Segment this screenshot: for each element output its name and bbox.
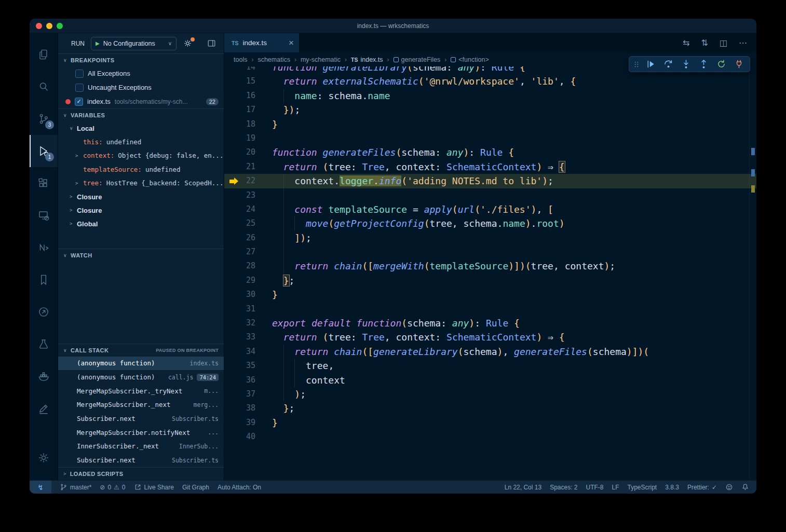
activity-run-debug[interactable]: 1 (30, 135, 58, 167)
line-number[interactable]: 20 (224, 145, 255, 159)
line-number[interactable]: 18 (224, 117, 255, 131)
line-number[interactable]: 39 (224, 416, 255, 430)
line-number[interactable]: 21 (224, 160, 255, 174)
activity-explorer[interactable] (30, 38, 58, 71)
line-number[interactable]: 16 (224, 89, 255, 103)
variable-row[interactable]: >context:Object {debug: false, en... (58, 149, 224, 163)
line-number[interactable]: 34 (224, 345, 255, 359)
tab-index-ts[interactable]: TS index.ts × (224, 33, 300, 52)
breakpoint-uncaught-exceptions[interactable]: Uncaught Exceptions (58, 80, 224, 94)
code-line-25[interactable]: 25 move(getProjectConfig(tree, schema.na… (224, 216, 756, 230)
close-tab-icon[interactable]: × (289, 38, 294, 47)
line-number[interactable]: 36 (224, 373, 255, 387)
launch-config-dropdown[interactable]: ▶ No Configurations ∨ (91, 37, 177, 50)
checkbox-checked[interactable]: ✓ (75, 98, 83, 106)
activity-bookmarks[interactable] (30, 264, 58, 296)
breakpoint-index-ts[interactable]: ✓ index.ts tools/schematics/my-sch... 22 (58, 94, 224, 108)
call-stack-section-header[interactable]: ∨ CALL STACK PAUSED ON BREAKPOINT (58, 344, 224, 357)
code-line-28[interactable]: 28 return chain([mergeWith(templateSourc… (224, 259, 756, 273)
line-number[interactable]: 27 (224, 245, 255, 259)
drag-handle-icon[interactable] (631, 60, 642, 69)
call-stack-frame[interactable]: MergeMapSubscriber.notifyNext... (58, 426, 224, 440)
activity-docker[interactable] (30, 360, 58, 392)
code-line-17[interactable]: 17 }); (224, 103, 756, 117)
code-line-27[interactable]: 27 (224, 245, 756, 259)
split-editor-icon[interactable]: ◫ (720, 38, 727, 48)
activity-test-explorer[interactable] (30, 328, 58, 360)
code-line-20[interactable]: 20function generateFiles(schema: any): R… (224, 145, 756, 159)
line-number[interactable]: 24 (224, 202, 255, 216)
activity-live-share[interactable] (30, 296, 58, 328)
breadcrumb-item-function[interactable]: <function> (451, 56, 489, 63)
activity-source-control[interactable]: 3 (30, 103, 58, 135)
line-number[interactable]: 26 (224, 231, 255, 245)
breadcrumb-item-schematics[interactable]: schematics (258, 56, 290, 63)
scope-closure[interactable]: >Closure (58, 190, 224, 203)
watch-section-header[interactable]: ∨ WATCH (58, 249, 224, 262)
open-changes-icon[interactable]: ⇆ (683, 38, 689, 48)
line-number[interactable]: 30 (224, 288, 255, 302)
loaded-scripts-section-header[interactable]: > LOADED SCRIPTS (58, 467, 224, 480)
code-line-35[interactable]: 35 tree, (224, 359, 756, 373)
activity-extensions[interactable] (30, 167, 58, 199)
variable-row[interactable]: templateSource:undefined (58, 162, 224, 176)
git-branch-status[interactable]: master* (60, 483, 91, 491)
line-number[interactable]: 28 (224, 259, 255, 273)
problems-status[interactable]: ⊘ 0 ⚠ 0 (100, 484, 125, 491)
close-window-button[interactable] (36, 23, 42, 29)
notifications-button[interactable] (741, 483, 749, 491)
call-stack-frame[interactable]: InnerSubscriber._nextInnerSub... (58, 440, 224, 454)
checkbox-unchecked[interactable] (75, 84, 84, 92)
code-line-30[interactable]: 30} (224, 288, 756, 302)
chevron-right-icon[interactable]: > (75, 153, 78, 158)
restart-button[interactable] (712, 57, 730, 72)
line-number[interactable]: 23 (224, 188, 255, 202)
breakpoints-section-header[interactable]: ∨ BREAKPOINTS (58, 53, 224, 66)
code-line-38[interactable]: 38 }; (224, 401, 756, 415)
cursor-position-status[interactable]: Ln 22, Col 13 (505, 484, 541, 491)
call-stack-frame[interactable]: MergeMapSubscriber._nextmerg... (58, 398, 224, 412)
code-line-24[interactable]: 24 const templateSource = apply(url('./f… (224, 202, 756, 216)
breadcrumb-item-generateFiles[interactable]: generateFiles (394, 56, 441, 63)
line-number[interactable]: 15 (224, 74, 255, 88)
scope-global[interactable]: >Global (58, 217, 224, 230)
scope-local[interactable]: ∨ Local (58, 121, 224, 135)
line-number[interactable]: 38 (224, 401, 255, 415)
line-number[interactable]: 35 (224, 359, 255, 373)
auto-attach-status[interactable]: Auto Attach: On (218, 484, 261, 491)
more-actions-icon[interactable]: ⋯ (739, 38, 747, 48)
step-over-button[interactable] (659, 57, 677, 72)
ts-version-status[interactable]: 3.8.3 (665, 484, 679, 491)
code-line-26[interactable]: 26 ]); (224, 231, 756, 245)
variables-section-header[interactable]: ∨ VARIABLES (58, 108, 224, 121)
eol-status[interactable]: LF (612, 484, 619, 491)
line-number[interactable]: 25 (224, 216, 255, 230)
encoding-status[interactable]: UTF-8 (586, 484, 604, 491)
code-line-19[interactable]: 19 (224, 131, 756, 145)
line-number[interactable]: 17 (224, 103, 255, 117)
call-stack-frame[interactable]: Subscriber.nextSubscriber.ts (58, 412, 224, 426)
activity-notes[interactable] (30, 392, 58, 425)
overview-ruler[interactable] (749, 52, 756, 480)
activity-search[interactable] (30, 71, 58, 103)
call-stack-frame[interactable]: Subscriber.nextSubscriber.ts (58, 453, 224, 467)
code-line-32[interactable]: 32export default function(schema: any): … (224, 316, 756, 330)
code-line-36[interactable]: 36 context (224, 373, 756, 387)
code-line-33[interactable]: 33 return (tree: Tree, context: Schemati… (224, 330, 756, 344)
breakpoint-all-exceptions[interactable]: All Exceptions (58, 66, 224, 80)
code-line-21[interactable]: 21 return (tree: Tree, context: Schemati… (224, 160, 756, 174)
disconnect-button[interactable] (730, 57, 748, 72)
code-line-23[interactable]: 23 (224, 188, 756, 202)
activity-remote-explorer[interactable] (30, 199, 58, 231)
line-number[interactable]: 40 (224, 430, 255, 444)
variable-row[interactable]: >tree:HostTree {_backend: ScopedH... (58, 176, 224, 190)
variable-row[interactable]: this:undefined (58, 135, 224, 149)
checkbox-unchecked[interactable] (75, 70, 84, 78)
language-status[interactable]: TypeScript (628, 484, 657, 491)
line-number[interactable]: 31 (224, 302, 255, 316)
code-line-40[interactable]: 40 (224, 430, 756, 444)
configure-gear-button[interactable] (183, 38, 193, 48)
code-line-29[interactable]: 29 }; (224, 274, 756, 288)
breadcrumb-item-my-schematic[interactable]: my-schematic (301, 56, 341, 63)
code-line-22[interactable]: 22 context.logger.info('adding NOTES.md … (224, 174, 756, 188)
